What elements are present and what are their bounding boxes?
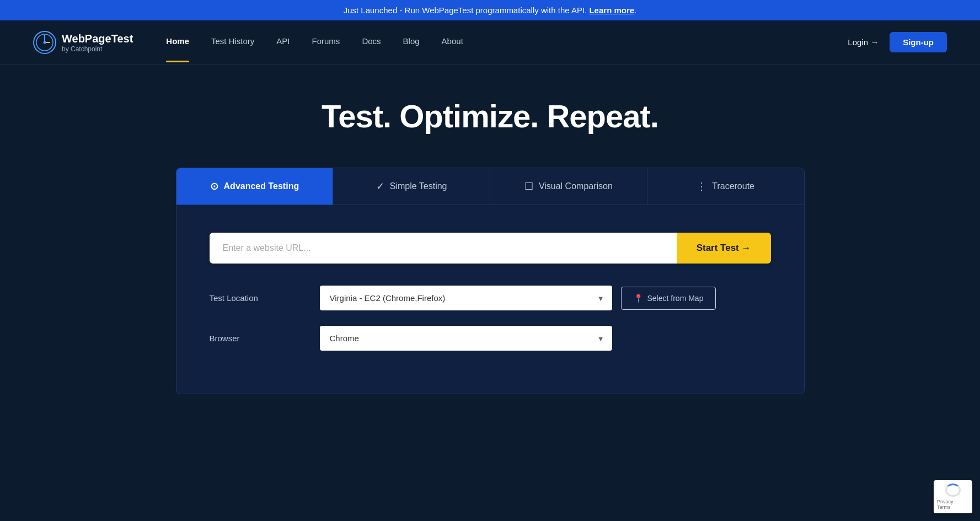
select-from-map-button[interactable]: 📍 Select from Map xyxy=(621,287,716,310)
start-test-button[interactable]: Start Test → xyxy=(677,233,771,264)
announcement-banner: Just Launched - Run WebPageTest programm… xyxy=(0,0,980,20)
test-location-row: Test Location Virginia - EC2 (Chrome,Fir… xyxy=(210,286,771,310)
tab-visual-label: Visual Comparison xyxy=(539,181,613,191)
tab-simple-testing[interactable]: ✓ Simple Testing xyxy=(333,168,490,205)
traceroute-icon: ⋮ xyxy=(697,180,706,192)
nav-about[interactable]: About xyxy=(442,36,463,48)
nav-right: Login → Sign-up xyxy=(848,32,947,52)
recaptcha-text: Privacy - Terms xyxy=(937,499,969,510)
url-row: Start Test → xyxy=(210,233,771,264)
nav-links: Home Test History API Forums Docs Blog A… xyxy=(166,36,848,48)
login-button[interactable]: Login → xyxy=(848,37,879,47)
nav-api[interactable]: API xyxy=(276,36,290,48)
tab-simple-label: Simple Testing xyxy=(390,181,447,191)
browser-row: Browser Chrome Firefox Safari Edge ▼ xyxy=(210,326,771,351)
browser-select[interactable]: Chrome Firefox Safari Edge xyxy=(320,326,612,351)
tab-advanced-testing[interactable]: ⊙ Advanced Testing xyxy=(176,168,334,205)
nav-blog[interactable]: Blog xyxy=(403,36,420,48)
logo: WebPageTest by Catchpoint xyxy=(33,31,133,54)
nav-home[interactable]: Home xyxy=(166,36,189,48)
tab-traceroute-label: Traceroute xyxy=(712,181,754,191)
svg-point-4 xyxy=(44,41,46,44)
hero-title: Test. Optimize. Repeat. xyxy=(0,98,980,135)
navbar: WebPageTest by Catchpoint Home Test Hist… xyxy=(0,20,980,65)
select-from-map-label: Select from Map xyxy=(647,294,704,303)
logo-text: WebPageTest by Catchpoint xyxy=(62,32,133,53)
hero-section: Test. Optimize. Repeat. xyxy=(0,65,980,157)
tab-visual-comparison[interactable]: ☐ Visual Comparison xyxy=(490,168,647,205)
browser-label: Browser xyxy=(210,334,320,343)
visual-comparison-icon: ☐ xyxy=(524,180,533,192)
advanced-testing-icon: ⊙ xyxy=(210,180,218,192)
logo-subtitle: by Catchpoint xyxy=(62,45,133,53)
tab-advanced-label: Advanced Testing xyxy=(224,181,299,191)
test-location-select[interactable]: Virginia - EC2 (Chrome,Firefox) Californ… xyxy=(320,286,612,310)
nav-docs[interactable]: Docs xyxy=(362,36,381,48)
nav-test-history[interactable]: Test History xyxy=(211,36,254,48)
signup-button[interactable]: Sign-up xyxy=(890,32,947,52)
tab-bar: ⊙ Advanced Testing ✓ Simple Testing ☐ Vi… xyxy=(176,168,804,205)
recaptcha-spinner xyxy=(945,484,961,497)
recaptcha-badge: Privacy - Terms xyxy=(934,480,972,513)
logo-icon xyxy=(33,31,56,54)
learn-more-link[interactable]: Learn more xyxy=(589,6,634,15)
tab-traceroute[interactable]: ⋮ Traceroute xyxy=(647,168,804,205)
url-input[interactable] xyxy=(210,233,677,264)
tab-content: Start Test → Test Location Virginia - EC… xyxy=(176,205,804,394)
logo-title: WebPageTest xyxy=(62,32,133,45)
banner-text: Just Launched - Run WebPageTest programm… xyxy=(344,6,587,15)
nav-forums[interactable]: Forums xyxy=(312,36,340,48)
test-location-select-wrapper: Virginia - EC2 (Chrome,Firefox) Californ… xyxy=(320,286,612,310)
browser-select-wrapper: Chrome Firefox Safari Edge ▼ xyxy=(320,326,612,351)
main-card: ⊙ Advanced Testing ✓ Simple Testing ☐ Vi… xyxy=(176,168,805,394)
test-location-label: Test Location xyxy=(210,293,320,303)
map-pin-icon: 📍 xyxy=(634,294,643,303)
simple-testing-icon: ✓ xyxy=(376,180,384,192)
